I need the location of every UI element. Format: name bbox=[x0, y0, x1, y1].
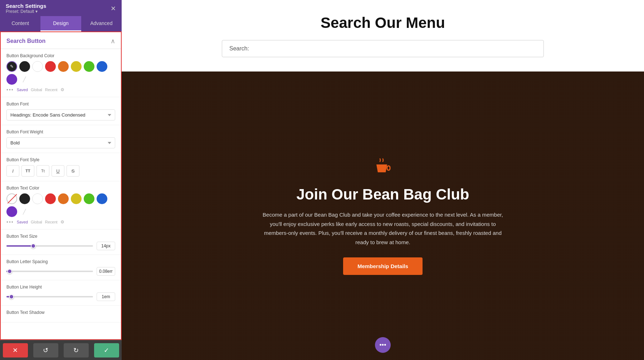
search-title: Search Our Menu bbox=[321, 14, 445, 31]
letter-spacing-slider-row bbox=[6, 267, 115, 276]
text-size-slider-fill bbox=[6, 245, 33, 247]
text-size-slider-thumb[interactable] bbox=[31, 243, 36, 248]
cancel-button[interactable]: ✕ bbox=[3, 343, 28, 357]
panel-body: Search Button ∧ Button Background Color … bbox=[0, 31, 122, 340]
right-content: Search Our Menu Join Our Bean Bag Club B… bbox=[122, 0, 644, 360]
line-height-slider-thumb[interactable] bbox=[9, 294, 14, 299]
font-style-uppercase[interactable]: TT bbox=[21, 165, 34, 177]
color-swatch-white[interactable] bbox=[32, 61, 43, 72]
text-size-slider-track[interactable] bbox=[6, 245, 93, 247]
text-color-gear-icon[interactable]: ⚙ bbox=[60, 220, 64, 225]
letter-spacing-slider-track[interactable] bbox=[6, 271, 93, 272]
field-button-font-weight: Button Font Weight Bold bbox=[1, 125, 121, 153]
button-font-select[interactable]: Headings: Encode Sans Condensed bbox=[6, 109, 115, 120]
panel-header: Search Settings Preset: Default ▾ ✕ bbox=[0, 0, 122, 16]
color-swatch-black[interactable] bbox=[19, 61, 30, 72]
line-height-slider-track[interactable] bbox=[6, 296, 93, 297]
text-color-saved-label[interactable]: Saved bbox=[17, 220, 28, 224]
field-button-bg-color: Button Background Color ╱ ••• Saved Glob… bbox=[1, 49, 121, 97]
font-style-row: I TT Tt U S bbox=[6, 165, 115, 177]
button-text-shadow-label: Button Text Shadow bbox=[6, 310, 115, 315]
color-swatch-yellow[interactable] bbox=[71, 61, 82, 72]
text-color-swatch-purple[interactable] bbox=[6, 206, 17, 217]
line-height-slider-row bbox=[6, 292, 115, 301]
button-text-color-label: Button Text Color bbox=[6, 186, 115, 191]
text-color-swatches-row: ╱ bbox=[6, 193, 115, 217]
left-panel: Search Settings Preset: Default ▾ ✕ Cont… bbox=[0, 0, 122, 360]
text-color-swatch-black[interactable] bbox=[19, 193, 30, 204]
hero-dots-button[interactable]: ••• bbox=[375, 337, 391, 353]
font-style-capitalize[interactable]: Tt bbox=[36, 165, 49, 177]
hero-section: Join Our Bean Bag Club Become a part of … bbox=[122, 71, 644, 360]
color-swatch-orange[interactable] bbox=[58, 61, 69, 72]
panel-preset[interactable]: Preset: Default ▾ bbox=[6, 9, 46, 14]
eyedropper-swatch[interactable] bbox=[6, 61, 17, 72]
field-button-font-style: Button Font Style I TT Tt U S bbox=[1, 153, 121, 181]
panel-tabs: Content Design Advanced bbox=[0, 16, 122, 31]
text-color-global-label[interactable]: Global bbox=[31, 220, 42, 224]
text-color-meta-row: ••• Saved Global Recent ⚙ bbox=[6, 219, 115, 225]
button-line-height-label: Button Line Height bbox=[6, 285, 115, 290]
color-swatch-green[interactable] bbox=[84, 61, 94, 72]
gear-icon[interactable]: ⚙ bbox=[60, 87, 64, 92]
field-button-line-height: Button Line Height bbox=[1, 280, 121, 306]
text-color-swatch-blue[interactable] bbox=[97, 193, 107, 204]
text-color-swatch-orange[interactable] bbox=[58, 193, 69, 204]
text-color-dots[interactable]: ••• bbox=[6, 219, 14, 225]
svg-rect-0 bbox=[387, 166, 390, 170]
field-button-letter-spacing: Button Letter Spacing bbox=[1, 255, 121, 280]
panel-footer: ✕ ↺ ↻ ✓ bbox=[0, 340, 122, 360]
field-button-text-size: Button Text Size bbox=[1, 230, 121, 255]
tab-content[interactable]: Content bbox=[0, 16, 40, 31]
text-color-recent-label[interactable]: Recent bbox=[45, 220, 58, 224]
button-font-style-label: Button Font Style bbox=[6, 157, 115, 162]
line-height-value[interactable] bbox=[97, 292, 115, 301]
color-swatch-purple[interactable] bbox=[6, 74, 17, 85]
font-style-italic[interactable]: I bbox=[6, 165, 19, 177]
undo-button[interactable]: ↺ bbox=[33, 343, 58, 357]
color-dots[interactable]: ••• bbox=[6, 87, 14, 93]
text-color-swatch-red[interactable] bbox=[45, 193, 56, 204]
search-section: Search Our Menu bbox=[122, 0, 644, 71]
text-color-custom-icon[interactable]: ╱ bbox=[19, 207, 29, 217]
color-meta-row: ••• Saved Global Recent ⚙ bbox=[6, 87, 115, 93]
button-letter-spacing-label: Button Letter Spacing bbox=[6, 259, 115, 264]
hero-title: Join Our Bean Bag Club bbox=[296, 186, 469, 203]
transparent-swatch[interactable] bbox=[6, 193, 17, 204]
section-title: Search Button bbox=[6, 38, 45, 44]
redo-button[interactable]: ↻ bbox=[64, 343, 89, 357]
color-swatches-row: ╱ bbox=[6, 61, 115, 85]
button-font-weight-label: Button Font Weight bbox=[6, 129, 115, 134]
collapse-icon[interactable]: ∧ bbox=[111, 37, 115, 45]
color-swatch-blue[interactable] bbox=[97, 61, 107, 72]
color-swatch-red[interactable] bbox=[45, 61, 56, 72]
font-style-strikethrough[interactable]: S bbox=[67, 165, 79, 177]
text-color-swatch-yellow[interactable] bbox=[71, 193, 82, 204]
membership-details-button[interactable]: Membership Details bbox=[343, 257, 423, 275]
close-icon[interactable]: ✕ bbox=[111, 5, 116, 13]
button-font-weight-select[interactable]: Bold bbox=[6, 137, 115, 148]
text-color-swatch-white[interactable] bbox=[32, 193, 43, 204]
hero-body: Become a part of our Bean Bag Club and t… bbox=[258, 210, 508, 247]
button-font-label: Button Font bbox=[6, 102, 115, 107]
panel-title: Search Settings bbox=[6, 3, 46, 9]
letter-spacing-slider-thumb[interactable] bbox=[7, 269, 12, 274]
font-style-underline[interactable]: U bbox=[52, 165, 64, 177]
tab-design[interactable]: Design bbox=[40, 16, 81, 31]
section-header: Search Button ∧ bbox=[1, 32, 121, 49]
text-color-swatch-green[interactable] bbox=[84, 193, 94, 204]
color-saved-label[interactable]: Saved bbox=[17, 88, 28, 92]
letter-spacing-value[interactable] bbox=[97, 267, 115, 276]
coffee-cup-icon bbox=[372, 157, 394, 182]
search-input[interactable] bbox=[222, 40, 544, 57]
text-size-slider-row bbox=[6, 242, 115, 250]
text-size-value[interactable] bbox=[97, 242, 115, 250]
custom-color-icon[interactable]: ╱ bbox=[19, 74, 29, 84]
button-bg-color-label: Button Background Color bbox=[6, 53, 115, 58]
color-global-label[interactable]: Global bbox=[31, 88, 42, 92]
field-button-text-shadow: Button Text Shadow bbox=[1, 306, 121, 322]
tab-advanced[interactable]: Advanced bbox=[81, 16, 122, 31]
color-recent-label[interactable]: Recent bbox=[45, 88, 58, 92]
save-button[interactable]: ✓ bbox=[94, 343, 119, 357]
field-button-font: Button Font Headings: Encode Sans Conden… bbox=[1, 97, 121, 125]
